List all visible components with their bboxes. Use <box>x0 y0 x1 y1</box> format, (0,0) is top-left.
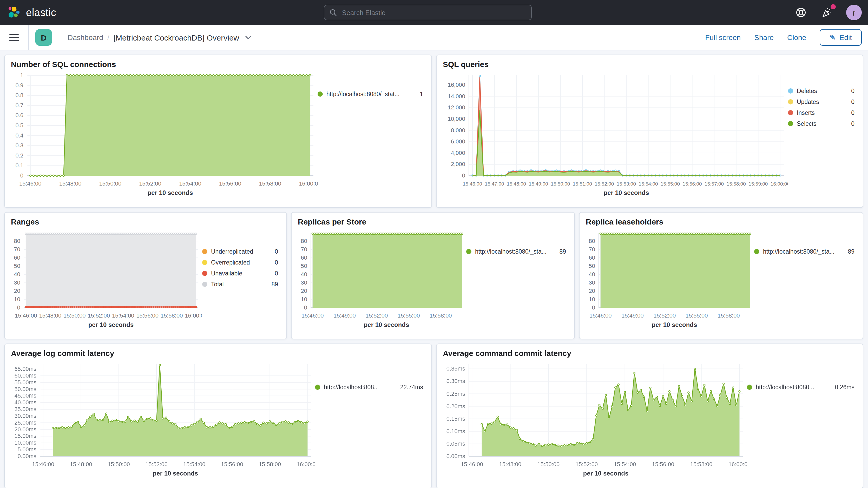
svg-text:15:54:00: 15:54:00 <box>614 461 636 467</box>
svg-text:60: 60 <box>14 254 20 261</box>
svg-text:50: 50 <box>301 263 307 269</box>
svg-text:4,000: 4,000 <box>451 150 465 156</box>
svg-text:35.00ms: 35.00ms <box>14 406 36 413</box>
svg-text:0: 0 <box>17 304 20 311</box>
dashboard-grid: Number of SQL connections 15:46:0015:48:… <box>0 51 868 488</box>
legend-item[interactable]: http://localhost:8080/_sta...89 <box>754 248 855 255</box>
panel-title: Ranges <box>11 217 280 226</box>
svg-text:15:52:00: 15:52:00 <box>88 312 110 319</box>
legend-item[interactable]: http://localhost:8080/_sta...89 <box>466 248 566 255</box>
legend-item[interactable]: Updates0 <box>788 99 855 105</box>
legend-value: 0 <box>851 88 855 94</box>
sql-queries-chart[interactable]: 15:46:0015:47:0015:48:0015:49:0015:50:00… <box>443 70 788 199</box>
global-search[interactable] <box>324 5 532 20</box>
legend-value: 22.74ms <box>400 384 423 390</box>
legend-item[interactable]: http://localhost:808...22.74ms <box>315 384 423 390</box>
svg-text:per 10 seconds: per 10 seconds <box>583 470 629 477</box>
legend-value: 0 <box>851 110 855 116</box>
svg-text:15:55:00: 15:55:00 <box>661 181 680 187</box>
breadcrumb-bar: D Dashboard / [Metricbeat CockroachDB] O… <box>0 25 868 51</box>
panel-title: SQL queries <box>443 60 857 69</box>
svg-text:50: 50 <box>14 263 20 269</box>
svg-text:per 10 seconds: per 10 seconds <box>652 321 697 328</box>
legend-label: Inserts <box>797 110 847 116</box>
notification-dot <box>831 4 836 9</box>
svg-text:40: 40 <box>14 271 20 277</box>
share-button[interactable]: Share <box>754 33 774 41</box>
clone-button[interactable]: Clone <box>787 33 806 41</box>
legend-item[interactable]: http://localhost:8080...0.26ms <box>747 384 855 390</box>
svg-text:15:51:00: 15:51:00 <box>573 181 592 187</box>
chart-legend: Underreplicated0Overreplicated0Unavailab… <box>202 227 280 331</box>
svg-text:15:50:00: 15:50:00 <box>63 312 86 319</box>
full-screen-button[interactable]: Full screen <box>705 33 741 41</box>
legend-value: 0.26ms <box>835 384 855 390</box>
svg-text:per 10 seconds: per 10 seconds <box>604 189 649 196</box>
svg-text:15:50:00: 15:50:00 <box>107 461 130 467</box>
svg-text:65.00ms: 65.00ms <box>14 366 36 372</box>
ranges-chart[interactable]: 15:46:0015:48:0015:50:0015:52:0015:54:00… <box>11 227 202 331</box>
breadcrumb-dashboard-link[interactable]: Dashboard <box>68 33 103 41</box>
legend-item[interactable]: Unavailable0 <box>202 270 278 276</box>
svg-text:16:00:00: 16:00:00 <box>297 461 315 467</box>
svg-text:0.7: 0.7 <box>16 102 23 109</box>
replicas-per-store-chart[interactable]: 15:46:0015:49:0015:52:0015:55:0015:58:00… <box>298 227 466 331</box>
search-input[interactable] <box>341 8 526 17</box>
legend-item[interactable]: http://localhost:8080/_stat...1 <box>317 91 423 97</box>
legend-dot <box>788 88 793 94</box>
svg-text:15:50:00: 15:50:00 <box>99 180 122 187</box>
app-root: elastic <box>0 0 868 488</box>
svg-text:70: 70 <box>14 246 20 252</box>
legend-label: Overreplicated <box>211 259 271 266</box>
legend-item[interactable]: Overreplicated0 <box>202 259 278 266</box>
legend-label: http://localhost:8080/_sta... <box>763 248 844 255</box>
brand[interactable]: elastic <box>0 5 56 20</box>
chart-legend: Deletes0Updates0Inserts0Selects0 <box>788 70 857 199</box>
user-avatar[interactable]: r <box>846 5 862 20</box>
edit-button[interactable]: ✎ Edit <box>820 29 862 46</box>
sql-connections-chart[interactable]: 15:46:0015:48:0015:50:0015:52:0015:54:00… <box>11 70 317 199</box>
dashboard-badge-cell: D <box>28 25 59 50</box>
legend-item[interactable]: Total89 <box>202 281 278 287</box>
help-button[interactable] <box>794 6 808 19</box>
panel-replicas-per-store: Replicas per Store 15:46:0015:49:0015:52… <box>291 212 575 339</box>
svg-text:15:52:00: 15:52:00 <box>654 312 676 319</box>
svg-text:15:56:00: 15:56:00 <box>652 461 674 467</box>
svg-text:15:50:00: 15:50:00 <box>537 461 560 467</box>
announcements-button[interactable] <box>820 6 834 19</box>
svg-text:0.6: 0.6 <box>16 112 23 119</box>
legend-item[interactable]: Selects0 <box>788 121 855 127</box>
breadcrumb-separator: / <box>107 33 110 41</box>
legend-label: Underreplicated <box>211 248 271 255</box>
svg-text:0: 0 <box>462 172 465 179</box>
svg-text:15:52:00: 15:52:00 <box>366 312 388 319</box>
chart-legend: http://localhost:8080...0.26ms <box>747 359 857 479</box>
svg-text:10: 10 <box>301 296 307 302</box>
svg-text:15:49:00: 15:49:00 <box>334 312 356 319</box>
global-header: elastic <box>0 0 868 25</box>
menu-button[interactable] <box>0 25 28 50</box>
svg-text:20.00ms: 20.00ms <box>14 426 36 433</box>
legend-dot <box>788 99 793 104</box>
svg-text:15:58:00: 15:58:00 <box>717 312 740 319</box>
svg-text:15:48:00: 15:48:00 <box>499 461 522 467</box>
help-icon <box>795 6 807 19</box>
avg-log-commit-latency-chart[interactable]: 15:46:0015:48:0015:50:0015:52:0015:54:00… <box>11 359 315 479</box>
svg-text:10,000: 10,000 <box>448 116 465 122</box>
replica-leaseholders-chart[interactable]: 15:46:0015:49:0015:52:0015:55:0015:58:00… <box>586 227 754 331</box>
chevron-down-icon[interactable] <box>245 36 251 39</box>
svg-text:15:48:00: 15:48:00 <box>59 180 82 187</box>
svg-text:16:00:00: 16:00:00 <box>299 180 317 187</box>
legend-item[interactable]: Deletes0 <box>788 88 855 94</box>
svg-text:0.2: 0.2 <box>16 152 23 159</box>
svg-text:15:49:00: 15:49:00 <box>621 312 644 319</box>
legend-dot <box>202 249 207 254</box>
dashboard-badge[interactable]: D <box>35 29 52 46</box>
svg-text:15:48:00: 15:48:00 <box>70 461 92 467</box>
legend-dot <box>788 110 793 115</box>
svg-text:50.00ms: 50.00ms <box>14 386 36 392</box>
legend-item[interactable]: Underreplicated0 <box>202 248 278 255</box>
avg-command-commit-latency-chart[interactable]: 15:46:0015:48:0015:50:0015:52:0015:54:00… <box>443 359 747 479</box>
legend-value: 1 <box>420 91 423 97</box>
legend-item[interactable]: Inserts0 <box>788 110 855 116</box>
